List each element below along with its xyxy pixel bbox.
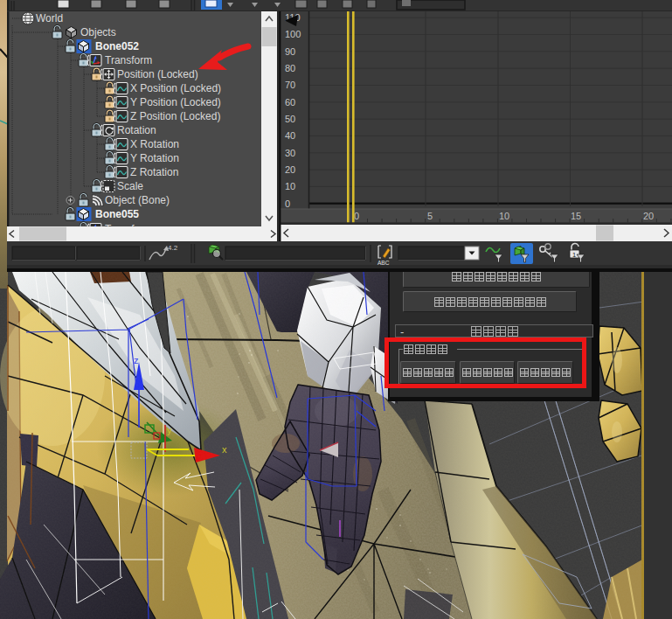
svg-text:10: 10 [285, 181, 295, 191]
svg-text:40: 40 [285, 130, 295, 141]
svg-text:20: 20 [643, 211, 654, 221]
svg-text:Z Position (Locked): Z Position (Locked) [130, 110, 220, 122]
svg-text:80: 80 [285, 63, 295, 73]
svg-text:90: 90 [285, 46, 295, 57]
svg-text:Bone055: Bone055 [95, 208, 139, 220]
svg-text:Y Rotation: Y Rotation [130, 152, 179, 164]
svg-text:0: 0 [354, 211, 359, 221]
svg-text:Objects: Objects [80, 26, 116, 38]
svg-text:Bone052: Bone052 [95, 40, 139, 52]
svg-text:ABC: ABC [378, 260, 390, 266]
svg-text:30: 30 [285, 148, 295, 158]
svg-text:Z Rotation: Z Rotation [130, 166, 178, 178]
svg-text:20: 20 [285, 164, 295, 175]
svg-text:Rotation: Rotation [117, 124, 156, 136]
svg-text:50: 50 [285, 114, 295, 124]
svg-text:X Position (Locked): X Position (Locked) [130, 82, 221, 94]
svg-text:X Rotation: X Rotation [130, 138, 179, 150]
svg-text:5: 5 [427, 211, 433, 221]
svg-text:1: 1 [572, 251, 576, 259]
svg-text:World: World [36, 12, 63, 24]
svg-text:Object (Bone): Object (Bone) [105, 194, 170, 206]
svg-text:0: 0 [285, 198, 290, 209]
svg-text:100: 100 [285, 29, 301, 39]
svg-text:15: 15 [571, 211, 581, 221]
svg-text:70: 70 [285, 80, 295, 90]
svg-text:Scale: Scale [117, 180, 143, 192]
svg-text:Position (Locked): Position (Locked) [117, 68, 198, 80]
svg-text:10: 10 [499, 211, 509, 221]
svg-text:Transform: Transform [105, 54, 152, 66]
svg-text:60: 60 [285, 97, 295, 108]
svg-text:Y Position (Locked): Y Position (Locked) [130, 96, 221, 108]
svg-text:4.2: 4.2 [168, 244, 178, 252]
